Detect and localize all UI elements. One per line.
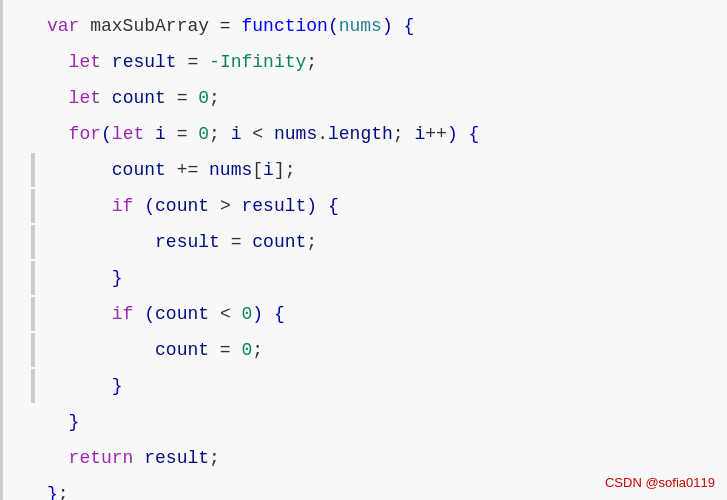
code-line-11: } xyxy=(3,368,727,404)
code-line-10: count = 0; xyxy=(3,332,727,368)
code-line-2: let result = -Infinity; xyxy=(3,44,727,80)
line-bar-2 xyxy=(31,45,35,79)
line-bar-1 xyxy=(31,9,35,43)
code-line-6: if (count > result) { xyxy=(3,188,727,224)
code-content-13: return result; xyxy=(39,441,727,475)
line-bar-6 xyxy=(31,189,35,223)
code-content-5: count += nums[i]; xyxy=(39,153,727,187)
code-line-13: return result; xyxy=(3,440,727,476)
code-content-7: result = count; xyxy=(39,225,727,259)
code-content-2: let result = -Infinity; xyxy=(39,45,727,79)
code-line-3: let count = 0; xyxy=(3,80,727,116)
code-content-6: if (count > result) { xyxy=(39,189,727,223)
line-bar-14 xyxy=(31,477,35,500)
code-line-8: } xyxy=(3,260,727,296)
line-bar-7 xyxy=(31,225,35,259)
line-bar-4 xyxy=(31,117,35,151)
code-line-7: result = count; xyxy=(3,224,727,260)
code-line-5: count += nums[i]; xyxy=(3,152,727,188)
code-content-9: if (count < 0) { xyxy=(39,297,727,331)
code-content-4: for(let i = 0; i < nums.length; i++) { xyxy=(39,117,727,151)
code-line-4: for(let i = 0; i < nums.length; i++) { xyxy=(3,116,727,152)
code-content-12: } xyxy=(39,405,727,439)
code-content-8: } xyxy=(39,261,727,295)
watermark: CSDN @sofia0119 xyxy=(605,475,715,490)
code-content-3: let count = 0; xyxy=(39,81,727,115)
line-bar-13 xyxy=(31,441,35,475)
line-bar-8 xyxy=(31,261,35,295)
code-editor: var maxSubArray = function(nums) { let r… xyxy=(0,0,727,500)
line-bar-9 xyxy=(31,297,35,331)
line-bar-5 xyxy=(31,153,35,187)
line-bar-11 xyxy=(31,369,35,403)
code-content-10: count = 0; xyxy=(39,333,727,367)
code-content-1: var maxSubArray = function(nums) { xyxy=(39,9,727,43)
line-bar-10 xyxy=(31,333,35,367)
code-line-9: if (count < 0) { xyxy=(3,296,727,332)
line-bar-12 xyxy=(31,405,35,439)
code-content-11: } xyxy=(39,369,727,403)
code-line-1: var maxSubArray = function(nums) { xyxy=(3,8,727,44)
line-bar-3 xyxy=(31,81,35,115)
code-line-12: } xyxy=(3,404,727,440)
